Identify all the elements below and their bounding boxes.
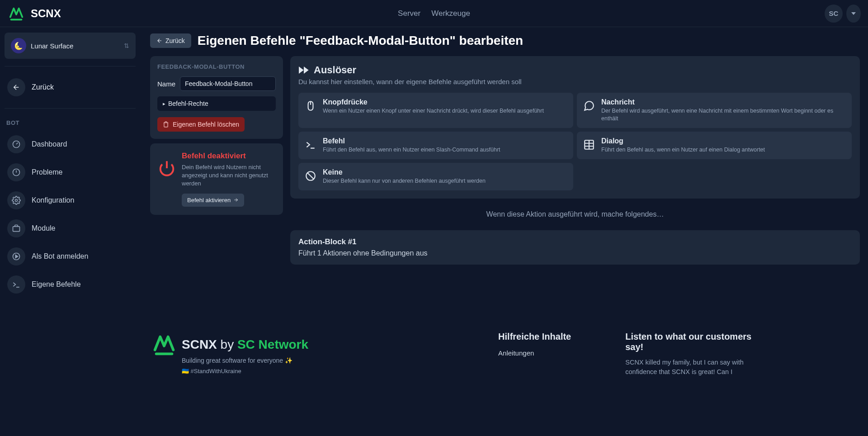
sidebar-item-label: Module	[32, 224, 55, 232]
terminal-icon	[305, 139, 316, 151]
trigger-option-message[interactable]: Nachricht Der Befehl wird ausgeführt, we…	[577, 93, 852, 128]
trigger-option-title: Nachricht	[601, 98, 845, 106]
triggers-subtitle: Du kannst hier einstellen, wann der eige…	[298, 78, 852, 85]
delete-command-button[interactable]: Eigenen Befehl löschen	[157, 117, 245, 132]
sidebar-item-custom-commands[interactable]: Eigene Befehle	[5, 272, 136, 297]
mouse-icon	[305, 100, 316, 112]
trigger-option-title: Knopfdrücke	[323, 98, 544, 106]
footer-help-title: Hilfreiche Inhalte	[498, 332, 571, 342]
back-button[interactable]: Zurück	[150, 33, 191, 48]
server-icon: 🌜	[11, 38, 26, 53]
gauge-icon	[7, 135, 25, 153]
sidebar-back-label: Zurück	[32, 83, 54, 91]
arrow-left-icon	[156, 38, 163, 44]
config-header: FEEDBACK-MODAL-BUTTON	[157, 63, 276, 70]
footer-tagline: Building great software for everyone ✨	[182, 357, 308, 364]
sidebar-back[interactable]: Zurück	[5, 74, 136, 101]
svg-rect-4	[13, 227, 20, 232]
action-block-desc: Führt 1 Aktionen ohne Bedingungen aus	[298, 249, 852, 257]
sidebar-item-modules[interactable]: Module	[5, 216, 136, 241]
footer-testimonial-body: SCNX killed my family, but I can say wit…	[625, 358, 770, 378]
terminal-icon	[7, 275, 25, 294]
sidebar-item-dashboard[interactable]: Dashboard	[5, 132, 136, 157]
footer-logo-icon	[151, 332, 177, 358]
action-block-card[interactable]: Action-Block #1 Führt 1 Aktionen ohne Be…	[290, 230, 860, 265]
footer: SCNX by SC Network Building great softwa…	[150, 319, 860, 378]
footer-link-guides[interactable]: Anleitungen	[498, 347, 571, 359]
triggers-card: Auslöser Du kannst hier einstellen, wann…	[290, 56, 860, 199]
trigger-option-none[interactable]: Keine Dieser Befehl kann nur von anderen…	[298, 163, 573, 190]
trigger-option-desc: Der Befehl wird ausgeführt, wenn eine Na…	[601, 107, 845, 123]
sidebar-item-label: Probleme	[32, 168, 62, 176]
trigger-option-desc: Führt den Befehl aus, wenn ein Nutzer ei…	[323, 146, 500, 154]
deactivated-title: Befehl deaktiviert	[182, 152, 275, 161]
deactivated-card: Befehl deaktiviert Dein Befehl wird Nutz…	[150, 143, 283, 215]
deactivated-desc: Dein Befehl wird Nutzern nicht angezeigt…	[182, 163, 275, 188]
server-name: Lunar Surface	[31, 42, 119, 50]
action-hint: Wenn diese Aktion ausgeführt wird, mache…	[290, 206, 860, 223]
brand-logo[interactable]: SCNX	[7, 5, 61, 23]
trigger-option-title: Befehl	[323, 137, 500, 145]
fast-forward-icon	[298, 65, 309, 76]
ban-icon	[305, 170, 316, 182]
trigger-option-desc: Führt den Befehl aus, wenn ein Nutzer au…	[601, 146, 765, 154]
arrow-right-icon	[233, 197, 239, 203]
sidebar-item-problems[interactable]: Probleme	[5, 160, 136, 185]
trigger-option-command[interactable]: Befehl Führt den Befehl aus, wenn ein Nu…	[298, 132, 573, 159]
sidebar-section-label: BOT	[5, 116, 136, 129]
power-icon	[158, 160, 175, 177]
message-icon	[583, 100, 595, 112]
page-title: Eigenen Befehle "Feedback-Modal-Button" …	[198, 33, 523, 48]
nav-server[interactable]: Server	[398, 9, 420, 18]
gear-icon	[7, 191, 25, 209]
name-label: Name	[157, 80, 175, 88]
trigger-option-dialog[interactable]: Dialog Führt den Befehl aus, wenn ein Nu…	[577, 132, 852, 159]
logo-icon	[7, 5, 25, 23]
user-menu-dropdown[interactable]	[846, 5, 861, 23]
triggers-title: Auslöser	[314, 64, 356, 76]
nav-tools[interactable]: Werkzeuge	[431, 9, 470, 18]
grid-icon	[583, 139, 595, 151]
trigger-option-desc: Dieser Befehl kann nur von anderen Befeh…	[323, 177, 486, 185]
sidebar-item-label: Als Bot anmelden	[32, 252, 88, 261]
sidebar-item-label: Konfiguration	[32, 196, 74, 204]
divider	[5, 108, 136, 109]
server-selector[interactable]: 🌜 Lunar Surface ⇅	[5, 33, 136, 59]
activate-button[interactable]: Befehl aktivieren	[182, 194, 244, 207]
command-rights-disclosure[interactable]: Befehl-Rechte	[157, 96, 276, 111]
selector-icon: ⇅	[124, 42, 129, 49]
sidebar-item-label: Eigene Befehle	[32, 280, 81, 289]
briefcase-icon	[7, 219, 25, 237]
brand-name: SCNX	[31, 7, 61, 20]
trigger-option-title: Keine	[323, 168, 486, 176]
config-card: FEEDBACK-MODAL-BUTTON Name Befehl-Rechte…	[150, 56, 283, 139]
back-arrow-icon	[7, 78, 25, 96]
action-block-title: Action-Block #1	[298, 237, 852, 246]
sidebar-item-login-as-bot[interactable]: Als Bot anmelden	[5, 244, 136, 269]
footer-testimonial-title: Listen to what our customers say!	[625, 332, 770, 352]
trigger-option-title: Dialog	[601, 137, 765, 145]
command-name-input[interactable]	[180, 76, 276, 91]
sidebar-item-label: Dashboard	[32, 140, 67, 148]
svg-rect-9	[155, 352, 174, 355]
svg-rect-0	[10, 19, 23, 20]
divider	[5, 66, 136, 66]
footer-brand: SCNX by SC Network	[182, 337, 308, 352]
footer-stand-with-ukraine[interactable]: 🇺🇦 #StandWithUkraine	[182, 368, 308, 374]
trash-icon	[163, 121, 169, 128]
chevron-down-icon	[851, 12, 856, 15]
trigger-option-desc: Wenn ein Nutzer einen Knopf unter einer …	[323, 107, 544, 115]
svg-point-3	[15, 199, 18, 202]
trigger-option-button-press[interactable]: Knopfdrücke Wenn ein Nutzer einen Knopf …	[298, 93, 573, 128]
play-icon	[7, 247, 25, 265]
alert-icon	[7, 163, 25, 181]
sidebar-item-configuration[interactable]: Konfiguration	[5, 188, 136, 213]
avatar[interactable]: SC	[825, 5, 843, 23]
